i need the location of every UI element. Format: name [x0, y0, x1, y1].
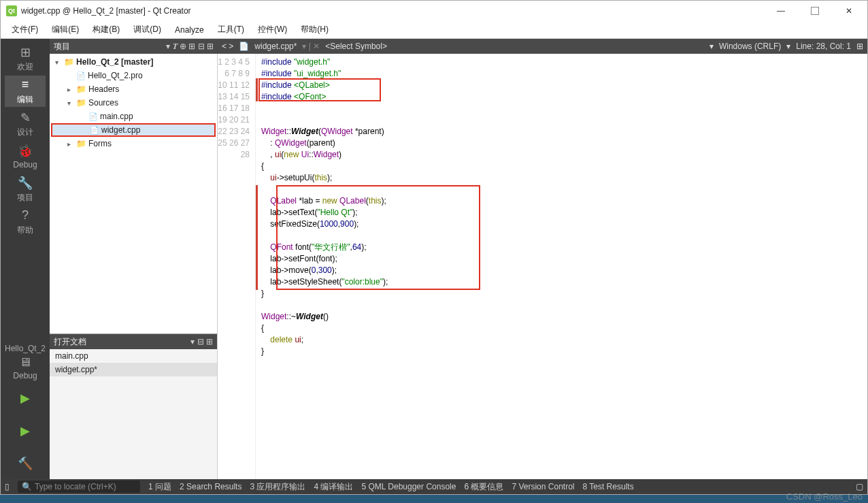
tree-node[interactable]: ▸📁Headers: [51, 82, 216, 96]
line-ending[interactable]: Windows (CRLF): [719, 42, 781, 51]
menu-help[interactable]: 帮助(H): [294, 22, 335, 37]
mode-edit[interactable]: ≡编辑: [5, 76, 46, 107]
open-docs-tools[interactable]: ▾ ⊟ ⊞: [190, 337, 213, 346]
bug-icon: 🐞: [18, 144, 33, 159]
project-tree[interactable]: ▾📁Hello_Qt_2 [master]📄Hello_Qt_2.pro▸📁He…: [50, 54, 218, 334]
status-vcs[interactable]: 7 Version Control: [512, 482, 574, 491]
maximize-button[interactable]: [802, 1, 828, 20]
panel-tools[interactable]: ▾ 𝑻 ⊕ ⊞ ⊟ ⊞: [166, 42, 214, 51]
locator-input[interactable]: 🔍 Type to locate (Ctrl+K): [18, 481, 140, 493]
menu-file[interactable]: 文件(F): [5, 22, 45, 37]
current-file[interactable]: widget.cpp*: [254, 42, 297, 51]
code-content[interactable]: #include "widget.h" #include "ui_widget.…: [256, 54, 867, 479]
watermark: CSDN @Ross_Leo: [786, 491, 863, 502]
minimize-button[interactable]: —: [768, 1, 794, 20]
open-docs-list: main.cppwidget.cpp*: [50, 349, 217, 479]
menu-debug[interactable]: 调试(D): [127, 22, 168, 37]
statusbar: ▯ 🔍 Type to locate (Ctrl+K) 1 问题 2 Searc…: [1, 479, 867, 494]
edit-icon: ≡: [18, 78, 33, 93]
change-mark-2: [256, 185, 258, 290]
wrench-icon: 🔧: [18, 176, 33, 191]
help-icon: ?: [18, 208, 33, 223]
open-doc-item[interactable]: main.cpp: [50, 349, 217, 363]
status-general[interactable]: 6 概要信息: [464, 481, 503, 493]
status-close-icon[interactable]: ▢: [856, 482, 863, 491]
tree-node[interactable]: ▾📁Hello_Qt_2 [master]: [51, 55, 216, 69]
hammer-icon: 🔨: [18, 456, 33, 471]
editor-toolbar: < > 📄 widget.cpp* ▾ | ✕ <Select Symbol> …: [218, 39, 867, 54]
mode-bar: ⊞欢迎 ≡编辑 ✎设计 🐞Debug 🔧项目 ?帮助 Hello_Qt_2🖥De…: [1, 39, 50, 479]
status-tests[interactable]: 8 Test Results: [582, 482, 633, 491]
status-qml[interactable]: 5 QML Debugger Console: [361, 482, 456, 491]
status-appout[interactable]: 3 应用程序输出: [250, 481, 305, 493]
run-debug-button[interactable]: ▶: [5, 415, 46, 447]
tree-node[interactable]: 📄Hello_Qt_2.pro: [51, 69, 216, 82]
status-issues[interactable]: 1 问题: [148, 481, 171, 493]
app-icon: Qt: [6, 5, 17, 16]
line-gutter: 1 2 3 4 5 6 7 8 9 10 11 12 13 14 15 16 1…: [218, 54, 256, 479]
mode-debug[interactable]: 🐞Debug: [5, 141, 46, 172]
run-button[interactable]: ▶: [5, 383, 46, 414]
play-icon: ▶: [18, 391, 33, 406]
titlebar: Qt widget.cpp @ Hello_Qt_2 [master] - Qt…: [1, 1, 867, 21]
menubar: 文件(F) 编辑(E) 构建(B) 调试(D) Analyze 工具(T) 控件…: [1, 21, 867, 39]
mode-projects[interactable]: 🔧项目: [5, 174, 46, 205]
menu-build[interactable]: 构建(B): [86, 22, 127, 37]
mode-help[interactable]: ?帮助: [5, 206, 46, 238]
grid-icon: ⊞: [18, 45, 33, 60]
file-icon: 📄: [239, 42, 249, 51]
status-compile[interactable]: 4 编译输出: [314, 481, 353, 493]
menu-analyze[interactable]: Analyze: [168, 24, 211, 36]
run-target[interactable]: Hello_Qt_2🖥Debug: [5, 343, 46, 381]
tree-node[interactable]: 📄widget.cpp: [51, 123, 216, 137]
menu-tools[interactable]: 工具(T): [211, 22, 251, 37]
nav-back-forward[interactable]: < >: [222, 42, 233, 51]
tree-node[interactable]: ▾📁Sources: [51, 96, 216, 110]
menu-widgets[interactable]: 控件(W): [251, 22, 294, 37]
mode-welcome[interactable]: ⊞欢迎: [5, 43, 46, 74]
mode-design[interactable]: ✎设计: [5, 108, 46, 140]
sidebar-toggle-icon[interactable]: ▯: [5, 482, 10, 491]
code-editor[interactable]: 1 2 3 4 5 6 7 8 9 10 11 12 13 14 15 16 1…: [218, 54, 867, 479]
window-title: widget.cpp @ Hello_Qt_2 [master] - Qt Cr…: [21, 6, 768, 16]
play-debug-icon: ▶: [18, 423, 33, 438]
build-button[interactable]: 🔨: [5, 448, 46, 479]
tree-node[interactable]: ▸📁Forms: [51, 137, 216, 150]
tree-node[interactable]: 📄main.cpp: [51, 110, 216, 123]
cursor-position: Line: 28, Col: 1: [796, 42, 851, 51]
open-doc-item[interactable]: widget.cpp*: [50, 363, 217, 376]
pencil-icon: ✎: [18, 110, 33, 125]
status-search[interactable]: 2 Search Results: [180, 482, 241, 491]
open-docs-header: 打开文档 ▾ ⊟ ⊞: [50, 334, 217, 349]
projects-panel-header: 项目 ▾ 𝑻 ⊕ ⊞ ⊟ ⊞: [50, 39, 218, 54]
symbol-selector[interactable]: <Select Symbol>: [325, 42, 387, 51]
split-icon[interactable]: ⊞: [856, 42, 863, 51]
change-mark-1: [256, 78, 258, 101]
menu-edit[interactable]: 编辑(E): [45, 22, 86, 37]
close-button[interactable]: ✕: [836, 1, 862, 20]
monitor-icon: 🖥: [18, 355, 33, 370]
